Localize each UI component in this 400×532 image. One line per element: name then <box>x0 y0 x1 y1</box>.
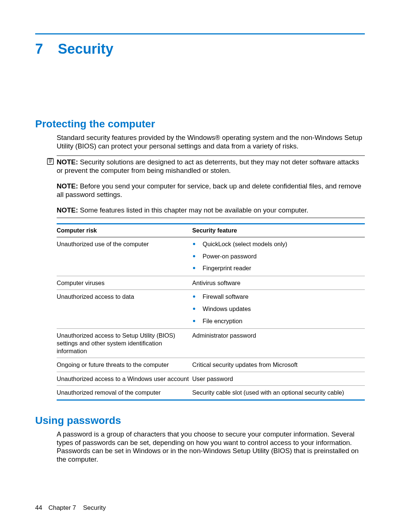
risk-cell: Computer viruses <box>57 276 192 290</box>
bullet-icon <box>193 267 195 269</box>
section-heading-passwords: Using passwords <box>35 415 365 426</box>
table-row: Unauthorized access to a Windows user ac… <box>57 372 365 386</box>
note-label: NOTE: <box>57 182 78 190</box>
bullet-icon <box>193 308 195 310</box>
table-header-feature: Security feature <box>192 224 365 237</box>
chapter-heading: 7 Security <box>35 41 365 57</box>
note-text: Security solutions are designed to act a… <box>57 158 359 174</box>
risk-cell: Unauthorized access to a Windows user ac… <box>57 372 192 386</box>
feature-item: Firewall software <box>192 293 363 301</box>
top-rule <box>35 33 365 34</box>
feature-item: File encryption <box>192 317 363 325</box>
feature-item: Windows updates <box>192 305 363 313</box>
risk-cell: Unauthorized access to data <box>57 290 192 329</box>
bullet-icon <box>193 255 195 257</box>
feature-item: Fingerprint reader <box>192 264 363 272</box>
note-text: Before you send your computer for servic… <box>57 182 361 198</box>
risk-cell: Unauthorized use of the computer <box>57 237 192 276</box>
notes-bottom-rule <box>57 218 365 218</box>
note-3: NOTE: Some features listed in this chapt… <box>57 204 365 215</box>
note-1: NOTE: Security solutions are designed to… <box>57 156 365 175</box>
table-row: Computer virusesAntivirus software <box>57 276 365 290</box>
section-heading-protecting: Protecting the computer <box>35 118 365 130</box>
footer-chapter-label: Chapter 7 <box>49 504 76 511</box>
note-label: NOTE: <box>57 158 78 166</box>
feature-cell: User password <box>192 372 365 386</box>
risk-cell: Unauthorized access to Setup Utility (BI… <box>57 329 192 358</box>
table-row: Unauthorized removal of the computerSecu… <box>57 386 365 400</box>
feature-cell: Security cable slot (used with an option… <box>192 386 365 400</box>
feature-cell: Antivirus software <box>192 276 365 290</box>
risk-table: Computer risk Security feature Unauthori… <box>57 223 365 401</box>
table-row: Ongoing or future threats to the compute… <box>57 358 365 372</box>
page-footer: 44 Chapter 7 Security <box>35 504 106 512</box>
chapter-number: 7 <box>35 41 43 57</box>
footer-chapter-title: Security <box>83 504 106 511</box>
risk-cell: Unauthorized removal of the computer <box>57 386 192 400</box>
bullet-icon <box>193 243 195 245</box>
risk-cell: Ongoing or future threats to the compute… <box>57 358 192 372</box>
note-2: NOTE: Before you send your computer for … <box>57 180 365 199</box>
table-row: Unauthorized use of the computerQuickLoc… <box>57 237 365 276</box>
bullet-icon <box>193 320 195 322</box>
bullet-icon <box>193 295 195 298</box>
note-text: Some features listed in this chapter may… <box>80 206 309 214</box>
note-icon <box>46 157 54 165</box>
table-header-risk: Computer risk <box>57 224 192 237</box>
feature-cell: Firewall softwareWindows updatesFile enc… <box>192 290 365 329</box>
feature-cell: QuickLock (select models only)Power-on p… <box>192 237 365 276</box>
feature-item: QuickLock (select models only) <box>192 240 363 248</box>
intro-paragraph: Standard security features provided by t… <box>57 134 365 150</box>
feature-cell: Critical security updates from Microsoft <box>192 358 365 372</box>
passwords-paragraph: A password is a group of characters that… <box>57 430 365 464</box>
chapter-title: Security <box>58 41 113 57</box>
page-number: 44 <box>35 504 42 511</box>
feature-item: Power-on password <box>192 252 363 260</box>
feature-cell: Administrator password <box>192 329 365 358</box>
table-row: Unauthorized access to Setup Utility (BI… <box>57 329 365 358</box>
table-row: Unauthorized access to dataFirewall soft… <box>57 290 365 329</box>
note-label: NOTE: <box>57 206 78 214</box>
